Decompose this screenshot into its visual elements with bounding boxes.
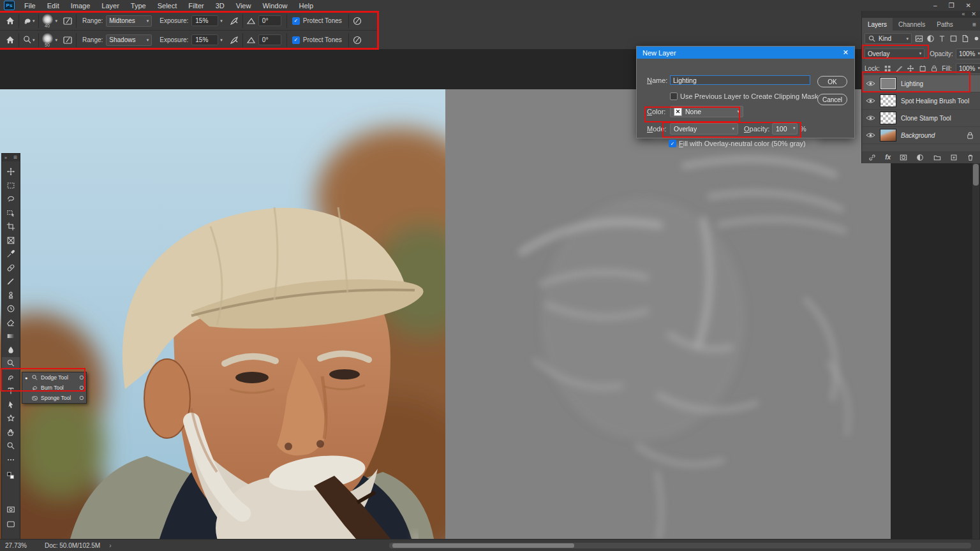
dodge-tool[interactable] [2,357,20,370]
history-brush-tool[interactable] [2,302,20,315]
lock-paint-icon[interactable] [895,64,903,73]
horizontal-scrollbar[interactable] [389,543,971,548]
layer-thumbnail[interactable] [880,112,896,124]
blend-mode-dropdown[interactable]: Overlay ▾ [865,48,924,59]
exposure-input[interactable]: 15% [191,34,218,45]
gradient-tool[interactable] [2,330,20,342]
pixel-layer-filter-icon[interactable] [915,34,923,43]
panel-menu-icon[interactable]: ≡ [968,18,980,31]
spot-healing-brush-tool[interactable] [2,261,20,274]
default-colors-icon[interactable] [2,469,20,482]
layer-name-input[interactable] [670,75,810,85]
shape-layer-filter-icon[interactable] [949,34,958,43]
layer-fill-input[interactable]: 100%▾ [956,63,980,74]
layer-thumbnail[interactable] [880,129,896,142]
eye-icon[interactable] [866,132,875,138]
brush-preset-picker[interactable]: 40 [42,14,53,27]
brush-tool[interactable] [2,275,20,288]
object-selection-tool[interactable] [2,207,20,219]
exposure-chevron-icon[interactable]: ▾ [220,18,223,24]
rectangular-marquee-tool[interactable] [2,179,20,192]
cancel-button[interactable]: Cancel [817,94,847,105]
angle-input[interactable]: 0° [258,15,281,26]
frame-tool[interactable] [2,234,20,247]
close-icon[interactable]: ✕ [843,48,849,57]
filter-kind-dropdown[interactable]: Kind ▾ [865,33,912,44]
minimize-icon[interactable]: – [933,2,937,9]
type-tool[interactable] [2,385,20,397]
tab-channels[interactable]: Channels [893,18,931,31]
menu-image[interactable]: Image [65,2,96,10]
range-dropdown[interactable]: Shadows ▾ [106,34,152,46]
opacity-chevron-icon[interactable]: ▾ [793,126,796,131]
mode-dropdown[interactable]: Overlay ▾ [670,123,738,135]
color-dropdown[interactable]: ✕ None ▾ [670,106,743,117]
menu-select[interactable]: Select [152,2,183,10]
menu-edit[interactable]: Edit [41,2,65,10]
double-chevron-icon[interactable]: » [4,156,7,160]
eraser-tool[interactable] [2,316,20,329]
clone-stamp-tool[interactable] [2,289,20,302]
airbrush-icon[interactable] [229,35,239,45]
layer-thumbnail[interactable] [880,77,896,90]
range-dropdown[interactable]: Midtones ▾ [106,15,152,27]
tab-paths[interactable]: Paths [931,18,959,31]
dialog-title-bar[interactable]: New Layer ✕ [637,47,854,59]
layer-opacity-input[interactable]: 100%▾ [956,48,980,59]
brush-picker-chevron-icon[interactable]: ▾ [56,38,58,43]
toggle-brush-panel-icon[interactable] [63,35,73,45]
home-icon[interactable] [5,16,15,26]
layer-mask-icon[interactable] [900,154,907,161]
menu-filter[interactable]: Filter [182,2,209,10]
adjustment-layer-filter-icon[interactable] [926,34,935,43]
menu-layer[interactable]: Layer [96,2,125,10]
pressure-icon[interactable] [352,35,362,45]
type-layer-filter-icon[interactable] [938,34,946,43]
eye-icon[interactable] [866,98,875,104]
ok-button[interactable]: OK [817,76,847,87]
layer-row-background[interactable]: Background [862,127,980,144]
tab-layers[interactable]: Layers [862,18,893,31]
protect-tones-checkbox[interactable]: ✓ [292,36,300,44]
lock-artboard-icon[interactable] [919,64,926,73]
burn-tool-icon[interactable] [22,16,33,26]
restore-icon[interactable]: ❐ [949,2,954,9]
move-tool[interactable] [2,165,20,178]
layer-row-lighting[interactable]: Lighting [862,75,980,92]
dodge-tool-icon[interactable] [22,35,33,45]
hand-tool[interactable] [2,426,20,439]
path-selection-tool[interactable] [2,399,20,411]
fill-overlay-checkbox[interactable]: ✓ [669,140,676,147]
grip-icon[interactable]: ⊞ [13,155,17,160]
flyout-item-dodge[interactable]: ● Dodge Tool O [22,372,86,383]
lock-transparent-icon[interactable] [884,64,891,73]
menu-help[interactable]: Help [293,2,320,10]
layer-row-clone-stamp[interactable]: Clone Stamp Tool [862,110,980,127]
smart-object-filter-icon[interactable] [961,34,969,43]
document-gray-overlay-view[interactable] [445,89,891,539]
close-icon[interactable]: ✕ [971,11,976,17]
eye-icon[interactable] [866,115,875,121]
eyedropper-tool[interactable] [2,247,20,260]
brush-preset-picker[interactable]: 50 [42,33,53,47]
brush-picker-chevron-icon[interactable]: ▾ [56,18,58,24]
layer-style-icon[interactable]: fx [885,154,891,161]
link-layers-icon[interactable] [868,154,876,161]
toolbar-header[interactable]: » ⊞ [2,154,20,161]
close-icon[interactable]: ✕ [966,2,971,9]
layer-name[interactable]: Clone Stamp Tool [901,115,951,122]
toggle-brush-panel-icon[interactable] [63,16,73,26]
custom-shape-tool[interactable] [2,412,20,425]
vertical-scrollbar-thumb[interactable] [973,164,979,186]
eye-icon[interactable] [866,80,875,87]
layer-name[interactable]: Background [901,132,935,139]
edit-toolbar-tool[interactable] [2,453,20,466]
zoom-level[interactable]: 27.73% [5,542,27,549]
layer-thumbnail[interactable] [880,94,896,107]
zoom-tool[interactable] [2,439,20,452]
tool-preset-chevron-icon[interactable]: ▾ [33,38,35,43]
protect-tones-checkbox[interactable]: ✓ [292,17,300,25]
tool-preset-chevron-icon[interactable]: ▾ [33,18,35,24]
document-photo[interactable] [0,89,445,539]
collapse-icon[interactable]: « [961,11,965,17]
